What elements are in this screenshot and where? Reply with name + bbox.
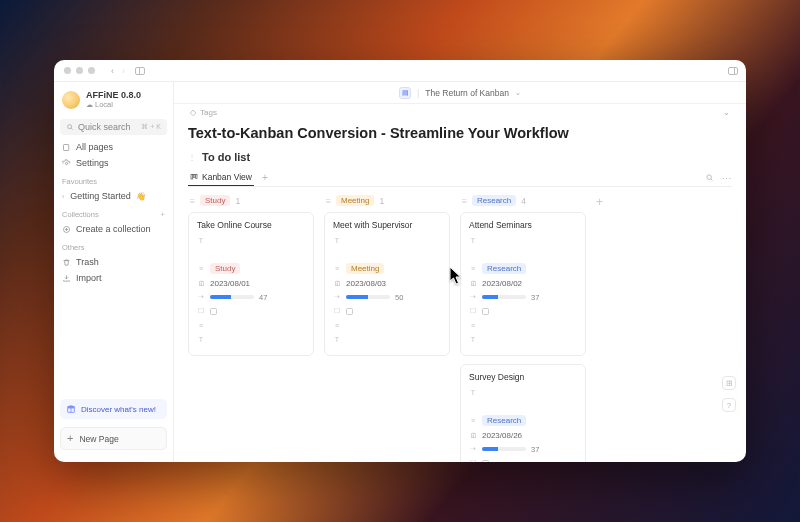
gift-icon xyxy=(66,404,76,414)
card-title: Take Online Course xyxy=(197,220,305,230)
checkbox[interactable] xyxy=(346,308,353,315)
workspace-location: Local xyxy=(95,100,113,109)
chevron-right-icon: › xyxy=(62,193,64,200)
close-dot[interactable] xyxy=(64,67,71,74)
checkbox[interactable] xyxy=(482,308,489,315)
kanban-card[interactable]: Meet with Supervisor T ≡Meeting 🗓2023/08… xyxy=(324,212,450,356)
block-title[interactable]: To do list xyxy=(202,151,250,163)
kanban-column-research: ≡ Research 4 Attend Seminars T ≡Research… xyxy=(460,195,586,462)
min-dot[interactable] xyxy=(76,67,83,74)
card-title: Meet with Supervisor xyxy=(333,220,441,230)
import-icon xyxy=(62,274,71,283)
whats-new-banner[interactable]: Discover what's new! xyxy=(60,399,167,419)
card-tag: Research xyxy=(482,415,526,426)
app-window: ‹ › AFFiNE 0.8.0 ☁Local Quick search ⌘ +… xyxy=(54,60,746,462)
card-date: 2023/08/01 xyxy=(210,279,250,288)
section-collections: Collections+ xyxy=(54,204,173,221)
doc-content: ◇ Tags ⌄ Text-to-Kanban Conversion - Str… xyxy=(174,104,746,462)
column-count: 1 xyxy=(379,196,384,206)
create-collection[interactable]: Create a collection xyxy=(54,221,173,237)
gear-icon xyxy=(62,159,71,168)
apps-icon[interactable]: ⊞ xyxy=(722,376,736,390)
tags-row[interactable]: ◇ Tags ⌄ xyxy=(188,104,732,125)
workspace-avatar xyxy=(62,91,80,109)
drag-handle-icon[interactable]: ⋮ xyxy=(188,153,196,162)
more-menu-icon[interactable]: ··· xyxy=(722,173,732,183)
nav-import[interactable]: Import xyxy=(54,270,173,286)
card-progress: 50 xyxy=(395,293,403,302)
checkbox[interactable] xyxy=(482,460,489,463)
card-progress: 37 xyxy=(531,293,539,302)
add-collection-icon[interactable]: + xyxy=(161,210,165,219)
column-tag: Meeting xyxy=(336,195,374,206)
svg-point-3 xyxy=(65,162,67,164)
quick-search[interactable]: Quick search ⌘ + K xyxy=(60,119,167,135)
new-page-button[interactable]: + New Page xyxy=(60,427,167,450)
svg-point-0 xyxy=(68,125,72,129)
section-others: Others xyxy=(54,237,173,254)
kanban-column-meeting: ≡ Meeting 1 Meet with Supervisor T ≡Meet… xyxy=(324,195,450,462)
nav-all-pages[interactable]: All pages xyxy=(54,139,173,155)
nav-back[interactable]: ‹ xyxy=(111,66,114,76)
wave-emoji: 👋 xyxy=(136,192,146,201)
add-column-button[interactable]: + xyxy=(596,195,603,462)
trash-icon xyxy=(62,258,71,267)
plus-icon: + xyxy=(67,433,73,444)
card-date: 2023/08/03 xyxy=(346,279,386,288)
svg-point-12 xyxy=(707,175,712,180)
plus-circle-icon xyxy=(62,225,71,234)
kanban-card[interactable]: Take Online Course T ≡Study 🗓2023/08/01 … xyxy=(188,212,314,356)
page-mode-icon[interactable]: ▤ xyxy=(399,87,411,99)
page-title[interactable]: Text-to-Kanban Conversion - Streamline Y… xyxy=(188,125,732,141)
search-shortcut: ⌘ + K xyxy=(141,123,161,131)
section-favourites: Favourites xyxy=(54,171,173,188)
doc-breadcrumb[interactable]: ▤ | The Return of Kanban ⌄ xyxy=(399,87,521,99)
card-date: 2023/08/02 xyxy=(482,279,522,288)
svg-rect-9 xyxy=(191,174,193,179)
tag-icon: ◇ xyxy=(190,108,196,117)
checkbox[interactable] xyxy=(210,308,217,315)
workspace-switcher[interactable]: AFFiNE 0.8.0 ☁Local xyxy=(54,88,173,115)
card-date: 2023/08/26 xyxy=(482,431,522,440)
search-placeholder: Quick search xyxy=(78,122,131,132)
card-progress: 47 xyxy=(259,293,267,302)
svg-rect-2 xyxy=(64,144,69,150)
add-view-button[interactable]: + xyxy=(262,172,268,183)
kanban-card[interactable]: Attend Seminars T ≡Research 🗓2023/08/02 … xyxy=(460,212,586,356)
doc-title: The Return of Kanban xyxy=(425,88,509,98)
max-dot[interactable] xyxy=(88,67,95,74)
column-count: 4 xyxy=(521,196,526,206)
window-controls[interactable] xyxy=(64,67,95,74)
chevron-down-icon[interactable]: ⌄ xyxy=(515,89,521,97)
card-tag: Meeting xyxy=(346,263,384,274)
toggle-right-panel-icon[interactable] xyxy=(728,67,738,75)
floating-tools: ⊞ ? xyxy=(722,376,736,412)
doc-topbar: ▤ | The Return of Kanban ⌄ xyxy=(174,82,746,104)
nav-forward[interactable]: › xyxy=(122,66,125,76)
view-tab-kanban[interactable]: Kanban View xyxy=(188,169,254,186)
help-icon[interactable]: ? xyxy=(722,398,736,412)
search-icon[interactable] xyxy=(705,173,714,182)
card-title: Survey Design xyxy=(469,372,577,382)
nav-settings[interactable]: Settings xyxy=(54,155,173,171)
kanban-card[interactable]: Survey Design T ≡Research 🗓2023/08/26 ⇢3… xyxy=(460,364,586,462)
workspace-name: AFFiNE 0.8.0 xyxy=(86,90,141,100)
card-progress: 37 xyxy=(531,445,539,454)
chevron-down-icon[interactable]: ⌄ xyxy=(723,108,730,117)
kanban-column-study: ≡ Study 1 Take Online Course T ≡Study 🗓2… xyxy=(188,195,314,462)
toggle-sidebar-icon[interactable] xyxy=(135,67,145,75)
svg-line-13 xyxy=(711,179,713,181)
column-count: 1 xyxy=(235,196,240,206)
kanban-board: ≡ Study 1 Take Online Course T ≡Study 🗓2… xyxy=(188,195,732,462)
svg-line-1 xyxy=(71,128,73,130)
fav-getting-started[interactable]: › Getting Started 👋 xyxy=(54,188,173,204)
cloud-icon: ☁ xyxy=(86,101,93,109)
titlebar: ‹ › xyxy=(54,60,746,82)
pages-icon xyxy=(62,143,71,152)
card-tag: Research xyxy=(482,263,526,274)
nav-trash[interactable]: Trash xyxy=(54,254,173,270)
kanban-icon xyxy=(190,173,198,181)
sidebar: AFFiNE 0.8.0 ☁Local Quick search ⌘ + K A… xyxy=(54,82,174,462)
mode-separator: | xyxy=(417,88,419,98)
view-bar: Kanban View + ··· xyxy=(188,169,732,187)
